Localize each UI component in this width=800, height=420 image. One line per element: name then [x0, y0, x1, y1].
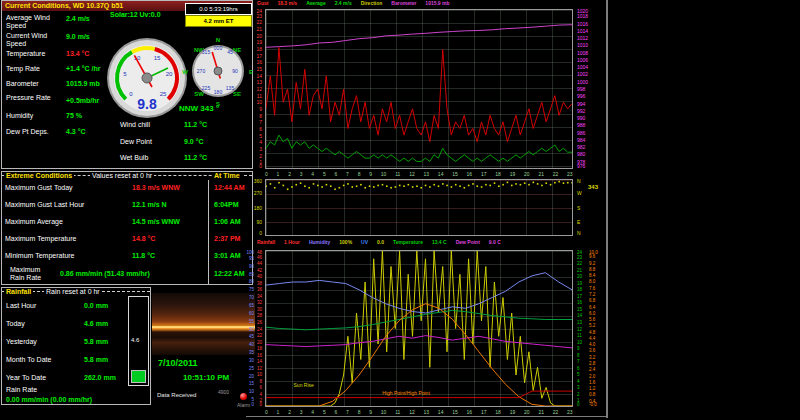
extremes-at-time: At Time: [212, 172, 242, 179]
rain-month-label: Month To Date: [6, 356, 51, 364]
temp-rate-value: +1.4 °C /hr: [66, 65, 101, 72]
legend-item: Temperature: [393, 239, 423, 245]
wind-chart-legend: Gust18.3 m/sAverage2.4 m/sDirectionBarom…: [257, 0, 597, 7]
max-gust-today-value: 18.3 m/s WNW: [132, 184, 180, 191]
temp-chart-legend: Rainfall1 HourHumidity100%UV0.0Temperatu…: [257, 239, 602, 246]
legend-item: 1015.9 mb: [425, 0, 449, 6]
rain-axis: 4846444240383634323028262422201816141210…: [256, 250, 263, 407]
svg-text:W: W: [182, 69, 188, 75]
rain-gauge-fill: [131, 370, 146, 383]
rain-month-value: 5.8 mm: [84, 356, 108, 363]
max-temp-value: 14.8 °C: [132, 235, 155, 242]
data-received-label: Data Received: [157, 392, 196, 398]
svg-text:270: 270: [197, 68, 206, 74]
svg-text:45: 45: [227, 49, 233, 55]
direction-axis: 360270180900: [250, 179, 263, 236]
svg-text:15: 15: [154, 55, 161, 61]
max-temp-time: 2:37 PM: [214, 235, 240, 242]
wet-bulb-label: Wet Bulb: [120, 154, 148, 162]
rain-last-hour-value: 0.0 mm: [84, 302, 108, 309]
svg-text:N: N: [216, 37, 220, 43]
extremes-title: Extreme Conditions: [4, 172, 74, 179]
data-received-counter: 4900: [218, 390, 229, 395]
svg-text:180: 180: [214, 89, 223, 95]
dew-point-value: 9.0 °C: [184, 138, 204, 145]
time-readout: 10:51:10 PM: [183, 373, 229, 382]
min-temp-label: Minimum Temperature: [5, 252, 110, 260]
wind-barometer-chart[interactable]: [265, 9, 573, 169]
max-temp-label: Maximum Temperature: [5, 235, 110, 243]
wind-speed-gauge: 0510 152025 9.8: [106, 37, 188, 119]
sunshine-timer: 0.0 5:33:19hrs: [185, 3, 252, 15]
wind-chill-value: 11.2 °C: [184, 121, 207, 128]
wind-speed-axis: 2423222120191817161514131211109876543210: [250, 9, 263, 169]
legend-item: Gust: [257, 0, 268, 6]
temp-humidity-solar-chart[interactable]: Sun RiseHigh Point/High Point: [265, 250, 573, 407]
pressure-rate-label: Pressure Rate: [6, 94, 62, 102]
wind-chart-hour-ticks: 01234567891011121314151617181920212223: [265, 171, 573, 177]
chart-annotation: High Point/High Point: [382, 391, 430, 396]
temperature-value: 13.4 °C: [66, 50, 89, 57]
dewpt-deps-value: 4.3 °C: [66, 128, 86, 135]
current-conditions-panel: Current Conditions, WD 10.37Q b51 * Aver…: [1, 0, 253, 169]
humidity-value: 75 %: [66, 112, 82, 119]
rain-rate-value: 0.00 mm/min (0.00 mm/hr): [6, 396, 92, 403]
wind-gauge-value: 9.8: [137, 96, 157, 112]
timer-et-box: 0.0 5:33:19hrs 4.2 mm ET: [185, 3, 252, 27]
et-readout: 4.2 mm ET: [185, 15, 252, 27]
max-average-value: 14.5 m/s WNW: [132, 218, 180, 225]
max-average-label: Maximum Average: [5, 218, 110, 226]
svg-text:315: 315: [202, 49, 211, 55]
svg-text:225: 225: [202, 85, 211, 91]
max-gust-today-label: Maximum Gust Today: [5, 184, 110, 192]
sunset-photo: [152, 293, 255, 355]
rain-yesterday-label: Yesterday: [6, 338, 37, 346]
barometer-label: Barometer: [6, 80, 62, 88]
legend-item: Rainfall: [257, 239, 275, 245]
wind-chill-label: Wind chill: [120, 121, 150, 129]
svg-text:90: 90: [232, 68, 238, 74]
barometer-axis: 1020101810161014101210101008100610041002…: [576, 9, 598, 169]
max-rain-rate-value: 0.86 mm/min (51.43 mm/hr): [60, 270, 150, 277]
legend-item: Average: [306, 0, 326, 6]
rainfall-title: Rainfall: [4, 288, 33, 295]
legend-item: Humidity: [309, 239, 330, 245]
wind-direction-chart[interactable]: [265, 179, 573, 236]
humidity-axis: 1009590858075706560555045403530252015105…: [246, 250, 255, 407]
rain-rate-label: Rain Rate: [6, 386, 37, 394]
rain-today-label: Today: [6, 320, 25, 328]
avg-wind-value: 2.4 m/s: [66, 15, 90, 22]
window-bottom-border: [246, 416, 608, 417]
max-rain-rate-time: 12:22 AM: [214, 270, 244, 277]
svg-text:SE: SE: [233, 91, 241, 97]
direction-letters-axis: NWSEN: [576, 179, 584, 236]
rain-today-value: 4.6 mm: [84, 320, 108, 327]
desktop: { "window_title": "Current Conditions, W…: [0, 0, 800, 420]
direction-current-value: 343: [588, 184, 598, 190]
rain-year-label: Year To Date: [6, 374, 46, 382]
svg-text:135: 135: [226, 85, 235, 91]
rain-last-hour-label: Last Hour: [6, 302, 36, 310]
extreme-conditions-panel: Extreme Conditions Values reset at 0 hr …: [1, 171, 253, 285]
max-gust-today-time: 12:44 AM: [214, 184, 244, 191]
rainfall-panel: Rainfall Rain reset at 0 hr Last Hour 0.…: [1, 287, 151, 405]
dew-point-label: Dew Point: [120, 138, 152, 146]
solar-axis: 10.09.69.28.88.48.07.67.26.86.46.05.65.2…: [588, 250, 602, 407]
legend-item: Direction: [361, 0, 383, 6]
window-title: Current Conditions, WD 10.37Q b51: [5, 2, 123, 9]
temperature-label: Temperature: [6, 50, 62, 58]
cur-wind-value: 9.0 m/s: [66, 33, 90, 40]
min-temp-time: 3:01 AM: [214, 252, 241, 259]
pressure-rate-value: +0.5mb/hr: [66, 97, 99, 104]
svg-text:000: 000: [214, 45, 223, 51]
solar-uv-readout: Solar:12 Uv:0.0: [110, 11, 161, 18]
max-average-time: 1:06 AM: [214, 218, 241, 225]
wind-heading-readout: NNW 343 °: [179, 104, 219, 113]
avg-wind-label: Average Wind Speed: [6, 14, 62, 30]
rainfall-subtitle: Rain reset at 0 hr: [44, 288, 102, 295]
legend-item: 100%: [339, 239, 352, 245]
rain-today-gauge: 4.6: [128, 296, 149, 386]
extremes-divider: [208, 180, 209, 284]
min-temp-value: 11.8 °C: [132, 252, 155, 259]
max-rain-rate-label: Maximum Rain Rate: [10, 266, 54, 282]
